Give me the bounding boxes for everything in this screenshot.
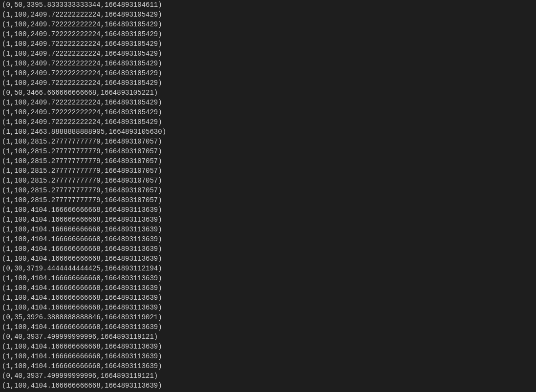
- output-line: (0,40,3937.499999999996,1664893119121): [0, 332, 536, 342]
- output-line: (1,100,4104.166666666668,1664893113639): [0, 254, 536, 264]
- output-line: (1,100,2815.277777777779,1664893107057): [0, 166, 536, 176]
- output-line: (1,100,4104.166666666668,1664893113639): [0, 381, 536, 391]
- output-line: (0,50,3466.666666666668,1664893105221): [0, 88, 536, 98]
- output-line: (1,100,4104.166666666668,1664893113639): [0, 234, 536, 244]
- output-line: (1,100,4104.166666666668,1664893113639): [0, 273, 536, 283]
- output-line: (1,100,2815.277777777779,1664893107057): [0, 186, 536, 195]
- output-line: (1,100,2409.722222222224,1664893105429): [0, 117, 536, 127]
- output-line: (1,100,4104.166666666668,1664893113639): [0, 342, 536, 351]
- output-line: (0,40,3937.499999999996,1664893119121): [0, 371, 536, 381]
- output-line: (1,100,4104.166666666668,1664893113639): [0, 283, 536, 293]
- terminal-output[interactable]: (0,50,3395.8333333333344,1664893104611)(…: [0, 0, 536, 392]
- output-line: (1,100,4104.166666666668,1664893113639): [0, 361, 536, 371]
- output-line: (1,100,2463.8888888888905,1664893105630): [0, 127, 536, 137]
- output-line: (1,100,2815.277777777779,1664893107057): [0, 176, 536, 186]
- output-line: (1,100,2409.722222222224,1664893105429): [0, 49, 536, 59]
- output-line: (1,100,2815.277777777779,1664893107057): [0, 146, 536, 156]
- output-line: (0,50,3395.8333333333344,1664893104611): [0, 0, 536, 10]
- output-line: (1,100,2815.277777777779,1664893107057): [0, 156, 536, 166]
- output-line: (1,100,4104.166666666668,1664893113639): [0, 351, 536, 361]
- output-line: (1,100,2409.722222222224,1664893105429): [0, 98, 536, 107]
- output-line: (1,100,2409.722222222224,1664893105429): [0, 20, 536, 29]
- output-line: (1,100,4104.166666666668,1664893113639): [0, 322, 536, 332]
- output-line: (1,100,2409.722222222224,1664893105429): [0, 78, 536, 88]
- output-line: (0,30,3719.4444444444425,1664893112194): [0, 264, 536, 273]
- output-line: (1,100,2409.722222222224,1664893105429): [0, 39, 536, 49]
- output-line: (1,100,4104.166666666668,1664893113639): [0, 205, 536, 215]
- output-line: (1,100,2815.277777777779,1664893107057): [0, 195, 536, 205]
- output-line: (1,100,4104.166666666668,1664893113639): [0, 303, 536, 312]
- output-line: (1,100,2409.722222222224,1664893105429): [0, 29, 536, 39]
- output-line: (0,35,3926.3888888888846,1664893119021): [0, 312, 536, 322]
- output-line: (1,100,2409.722222222224,1664893105429): [0, 68, 536, 78]
- output-line: (1,100,4104.166666666668,1664893113639): [0, 225, 536, 234]
- output-line: (1,100,2409.722222222224,1664893105429): [0, 59, 536, 68]
- output-line: (1,100,4104.166666666668,1664893113639): [0, 215, 536, 225]
- output-line: (1,100,4104.166666666668,1664893113639): [0, 244, 536, 254]
- output-line: (1,100,2815.277777777779,1664893107057): [0, 137, 536, 146]
- output-line: (1,100,2409.722222222224,1664893105429): [0, 107, 536, 117]
- output-line: (1,100,4104.166666666668,1664893113639): [0, 293, 536, 303]
- output-line: (1,100,2409.722222222224,1664893105429): [0, 10, 536, 20]
